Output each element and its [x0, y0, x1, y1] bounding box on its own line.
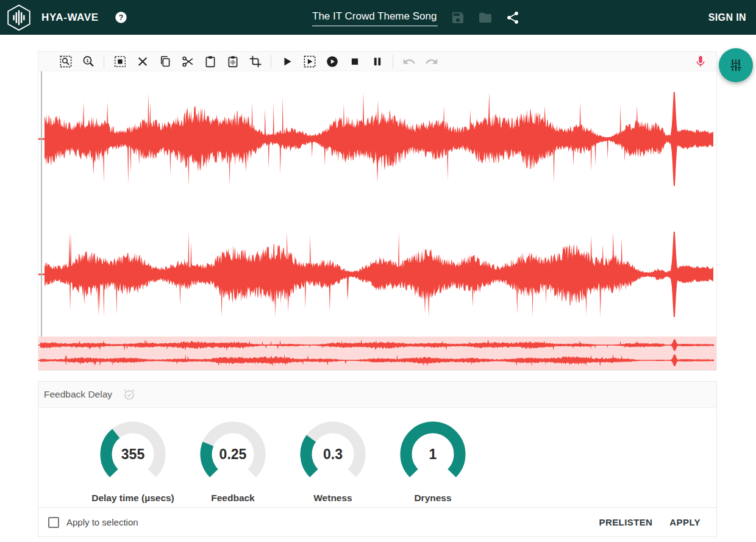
knob-label: Feedback — [211, 493, 255, 504]
minimap-overview[interactable] — [38, 337, 716, 370]
apply-button[interactable]: APPLY — [663, 512, 707, 532]
prelisten-button[interactable]: PRELISTEN — [593, 512, 659, 532]
cut-button[interactable] — [179, 53, 196, 70]
playhead-cursor[interactable] — [41, 71, 42, 337]
editor-panel: 1 — [38, 51, 717, 371]
select-all-icon — [113, 55, 127, 68]
play-selection-icon — [303, 55, 316, 68]
play-all-icon — [326, 55, 339, 68]
help-icon: ? — [115, 11, 127, 24]
effect-panel-header: Feedback Delay — [38, 382, 716, 408]
toolbar-separator — [271, 55, 271, 68]
track-title-input[interactable] — [312, 9, 438, 26]
undo-icon — [402, 55, 416, 68]
play-all-button[interactable] — [324, 53, 341, 70]
clear-selection-icon — [136, 55, 149, 68]
brand-name: HYA-WAVE — [41, 12, 99, 24]
zoom-selection-icon — [59, 55, 73, 68]
redo-button[interactable] — [423, 53, 440, 70]
alarm-check-icon — [123, 388, 136, 401]
minimap-waveform — [38, 337, 716, 370]
knob-value: 355 — [121, 446, 145, 462]
knob-gauge[interactable]: 0.25 — [199, 420, 267, 488]
effect-timer-button[interactable] — [123, 388, 136, 401]
microphone-icon — [694, 55, 707, 68]
brand: HYA-WAVE ? — [0, 4, 127, 32]
knob-label: Delay time (µsecs) — [91, 493, 174, 504]
play-selection-button[interactable] — [301, 53, 318, 70]
sign-in-button[interactable]: SIGN IN — [708, 0, 746, 35]
knob-dryness[interactable]: 1Dryness — [383, 420, 483, 504]
effect-panel-footer: Apply to selection PRELISTEN APPLY — [38, 507, 716, 537]
effects-fab-button[interactable] — [719, 48, 753, 82]
svg-text:?: ? — [118, 13, 123, 22]
share-button[interactable] — [505, 10, 520, 25]
stop-icon — [348, 55, 362, 68]
share-icon — [505, 10, 520, 25]
pause-button[interactable] — [369, 53, 386, 70]
waveform-channel-2 — [45, 232, 713, 317]
stereo-waveform — [38, 71, 716, 337]
redo-icon — [425, 55, 438, 68]
copy-button[interactable] — [157, 53, 174, 70]
minimap-channel-2 — [40, 355, 714, 366]
play-button[interactable] — [279, 53, 296, 70]
stop-button[interactable] — [346, 53, 363, 70]
tune-icon — [728, 57, 744, 73]
knob-gauge[interactable]: 355 — [99, 420, 167, 488]
save-button[interactable] — [451, 10, 465, 25]
effect-knobs-row: 355Delay time (µsecs)0.25Feedback0.3Wetn… — [38, 408, 716, 504]
app-header: HYA-WAVE ? SIGN IN — [0, 0, 756, 35]
toolbar-separator — [104, 55, 104, 68]
open-folder-icon — [478, 10, 493, 25]
apply-to-selection-checkbox[interactable]: Apply to selection — [48, 517, 138, 528]
editor-toolbar: 1 — [38, 52, 716, 71]
crop-button[interactable] — [247, 53, 264, 70]
select-all-button[interactable] — [112, 53, 129, 70]
waveform-channel-1 — [45, 92, 713, 186]
paste-icon — [204, 55, 217, 68]
knob-label: Wetness — [313, 493, 352, 504]
paste-button[interactable] — [202, 53, 219, 70]
effect-panel: Feedback Delay 355Delay time (µsecs)0.25… — [38, 381, 717, 537]
effect-actions: PRELISTEN APPLY — [593, 512, 707, 532]
crop-icon — [249, 55, 262, 68]
knob-wetness[interactable]: 0.3Wetness — [283, 420, 383, 504]
knob-gauge[interactable]: 1 — [399, 420, 467, 488]
zoom-reset-icon: 1 — [82, 55, 95, 68]
knob-value: 1 — [429, 446, 437, 462]
paste-insert-icon — [226, 55, 240, 68]
zoom-reset-button[interactable]: 1 — [80, 53, 97, 70]
knob-delay-time-secs[interactable]: 355Delay time (µsecs) — [83, 420, 183, 504]
track-title-group — [312, 0, 520, 35]
app-logo-icon[interactable] — [5, 4, 33, 32]
help-button[interactable]: ? — [115, 11, 127, 24]
copy-icon — [159, 55, 172, 68]
knob-label: Dryness — [414, 493, 451, 504]
clear-selection-button[interactable] — [134, 53, 151, 70]
knob-value: 0.25 — [219, 446, 247, 462]
waveform-canvas[interactable] — [38, 71, 716, 337]
undo-button[interactable] — [401, 53, 418, 70]
toolbar-separator — [393, 55, 393, 68]
cut-icon — [181, 55, 194, 68]
paste-insert-button[interactable] — [224, 53, 241, 70]
svg-text:1: 1 — [86, 57, 89, 63]
knob-gauge[interactable]: 0.3 — [299, 420, 367, 488]
save-icon — [451, 10, 465, 25]
checkbox-icon[interactable] — [48, 517, 59, 528]
zoom-selection-button[interactable] — [57, 53, 74, 70]
knob-feedback[interactable]: 0.25Feedback — [183, 420, 283, 504]
minimap-channel-1 — [40, 340, 714, 351]
effect-title: Feedback Delay — [44, 389, 112, 400]
record-button[interactable] — [692, 53, 709, 70]
knob-value: 0.3 — [323, 446, 343, 462]
pause-icon — [371, 55, 384, 68]
play-icon — [280, 55, 294, 68]
apply-to-selection-label: Apply to selection — [66, 517, 138, 527]
open-button[interactable] — [478, 10, 493, 25]
